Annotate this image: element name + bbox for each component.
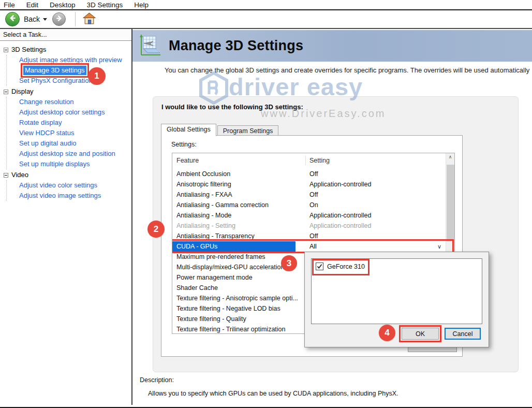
scrollbar-thumb[interactable]	[447, 165, 454, 241]
feature-cell: Maximum pre-rendered frames	[176, 252, 265, 262]
feature-cell: Antialiasing - Mode	[176, 210, 231, 221]
menu-item-help[interactable]: Help	[128, 1, 154, 9]
cancel-button[interactable]: Cancel	[445, 328, 481, 340]
forward-button[interactable]	[52, 12, 66, 26]
ok-button[interactable]: OK	[402, 328, 439, 340]
back-dropdown-caret-icon[interactable]	[43, 18, 47, 21]
tree-group-display[interactable]: Display	[0, 86, 131, 97]
setting-cell: Off	[309, 231, 446, 241]
sidebar-item-adjust-desktop-size-and-position[interactable]: Adjust desktop size and position	[7, 149, 131, 159]
table-row-antialiasing-mode[interactable]: Antialiasing - ModeApplication-controlle…	[172, 210, 446, 221]
feature-cell: Texture filtering - Quality	[176, 314, 246, 324]
cuda-gpus-popup: GeForce 310 OK Cancel	[304, 252, 489, 347]
gpu-list-item[interactable]: GeForce 310	[316, 263, 365, 270]
setting-cell: On	[309, 200, 446, 210]
sidebar-item-view-hdcp-status[interactable]: View HDCP status	[7, 128, 131, 138]
collapse-icon[interactable]	[4, 90, 8, 94]
intro-text: You can change the global 3D settings an…	[165, 66, 532, 74]
feature-cell: Antialiasing - FXAA	[176, 190, 232, 200]
feature-cell: Ambient Occlusion	[176, 169, 230, 179]
description-text: Allows you to specify which GPUs can be …	[148, 390, 398, 397]
sidebar-item-rotate-display[interactable]: Rotate display	[7, 118, 131, 128]
tree-group-label: Video	[11, 170, 28, 180]
back-arrow-icon	[9, 14, 16, 24]
sidebar-item-manage-3d-settings[interactable]: Manage 3D settings	[7, 65, 131, 76]
chevron-down-icon[interactable]: ∨	[437, 241, 441, 252]
table-row-antialiasing-transparency[interactable]: Antialiasing - TransparencyOff	[172, 231, 446, 241]
sidebar-item-set-physx-configuration[interactable]: Set PhysX Configuration	[7, 76, 131, 86]
forward-arrow-icon	[56, 14, 63, 24]
tree-group-label: Display	[11, 86, 34, 97]
home-button[interactable]	[83, 12, 96, 26]
tab-global-settings[interactable]: Global Settings	[161, 124, 216, 136]
setting-cell: Off	[309, 169, 446, 179]
section-heading: I would like to use the following 3D set…	[161, 103, 303, 111]
annotation-circle-4: 4	[379, 325, 395, 341]
setting-cell: Application-controlled	[309, 179, 446, 190]
table-row-antialiasing-fxaa[interactable]: Antialiasing - FXAAOff	[172, 190, 446, 200]
feature-cell: Antialiasing - Gamma correction	[176, 200, 269, 210]
menu-item-3d-settings[interactable]: 3D Settings	[81, 1, 129, 9]
feature-cell: Antialiasing - Setting	[176, 221, 235, 231]
tree-group-3d-settings[interactable]: 3D Settings	[0, 45, 131, 55]
table-row-anisotropic-filtering[interactable]: Anisotropic filteringApplication-control…	[172, 179, 446, 190]
description-label: Description:	[140, 376, 174, 384]
scrollbar-up-icon[interactable]: ∧	[446, 153, 454, 162]
tab-program-settings[interactable]: Program Settings	[217, 125, 279, 136]
sidebar-item-adjust-video-color-settings[interactable]: Adjust video color settings	[7, 180, 131, 191]
feature-cell: Anisotropic filtering	[176, 179, 231, 190]
table-row-antialiasing-setting[interactable]: Antialiasing - SettingApplication-contro…	[172, 221, 446, 231]
gpu-listbox: GeForce 310	[311, 258, 482, 324]
toolbar-separator	[75, 12, 76, 26]
selected-task-label: Manage 3D settings	[23, 66, 86, 75]
sidebar-item-set-up-digital-audio[interactable]: Set up digital audio	[7, 138, 131, 149]
table-row-ambient-occlusion[interactable]: Ambient OcclusionOff	[172, 169, 446, 179]
feature-cell: Texture filtering - Anisotropic sample o…	[176, 293, 298, 303]
feature-cell: CUDA - GPUs	[172, 241, 295, 252]
manage-3d-settings-icon	[138, 33, 161, 59]
tree-group-video[interactable]: Video	[0, 170, 131, 180]
feature-cell: Texture filtering - Negative LOD bias	[176, 303, 280, 314]
collapse-icon[interactable]	[4, 48, 8, 52]
feature-cell: Antialiasing - Transparency	[176, 231, 255, 241]
annotation-circle-1: 1	[88, 67, 106, 85]
table-header: Feature Setting	[172, 153, 454, 169]
sidebar-item-change-resolution[interactable]: Change resolution	[7, 97, 131, 107]
hidden-button-sliver	[408, 347, 457, 352]
column-divider	[305, 156, 306, 165]
content-area: Select a Task... 3D SettingsAdjust image…	[0, 29, 532, 405]
column-header-feature[interactable]: Feature	[176, 157, 199, 164]
page-header-band: Manage 3D Settings	[132, 30, 532, 62]
setting-cell: Off	[309, 190, 446, 200]
column-header-setting[interactable]: Setting	[309, 157, 330, 164]
setting-cell: Application-controlled	[309, 221, 446, 231]
select-task-header: Select a Task...	[0, 29, 131, 41]
toolbar: Back	[0, 10, 532, 29]
back-button[interactable]	[5, 12, 20, 26]
sidebar-item-set-up-multiple-displays[interactable]: Set up multiple displays	[7, 159, 131, 169]
menu-bar: FileEditDesktop3D SettingsHelp	[0, 0, 532, 10]
collapse-icon[interactable]	[4, 173, 8, 178]
menu-item-file[interactable]: File	[0, 1, 21, 9]
feature-cell: Power management mode	[176, 272, 253, 283]
menu-item-desktop[interactable]: Desktop	[44, 1, 81, 9]
menu-item-edit[interactable]: Edit	[21, 1, 44, 9]
gpu-checkbox[interactable]	[316, 263, 323, 270]
annotation-circle-2: 2	[147, 221, 165, 238]
task-tree: 3D SettingsAdjust image settings with pr…	[0, 41, 131, 201]
setting-dropdown[interactable]: All∨	[309, 241, 446, 252]
table-row-antialiasing-gamma-correction[interactable]: Antialiasing - Gamma correctionOn	[172, 200, 446, 210]
tree-group-label: 3D Settings	[11, 45, 46, 55]
annotation-circle-3: 3	[281, 255, 297, 271]
gpu-label: GeForce 310	[327, 263, 365, 270]
feature-cell: Texture filtering - Trilinear optimizati…	[176, 324, 286, 334]
table-row-cuda-gpus[interactable]: CUDA - GPUsAll∨	[172, 241, 446, 252]
back-label: Back	[24, 15, 40, 23]
nvidia-control-panel-window: FileEditDesktop3D SettingsHelp Back Sele…	[0, 0, 532, 408]
home-icon	[83, 12, 96, 26]
sidebar-item-adjust-desktop-color-settings[interactable]: Adjust desktop color settings	[7, 107, 131, 118]
setting-cell: Application-controlled	[309, 210, 446, 221]
page-title: Manage 3D Settings	[169, 38, 303, 54]
sidebar-item-adjust-video-image-settings[interactable]: Adjust video image settings	[7, 191, 131, 201]
tab-strip: Global Settings Program Settings	[161, 124, 278, 136]
